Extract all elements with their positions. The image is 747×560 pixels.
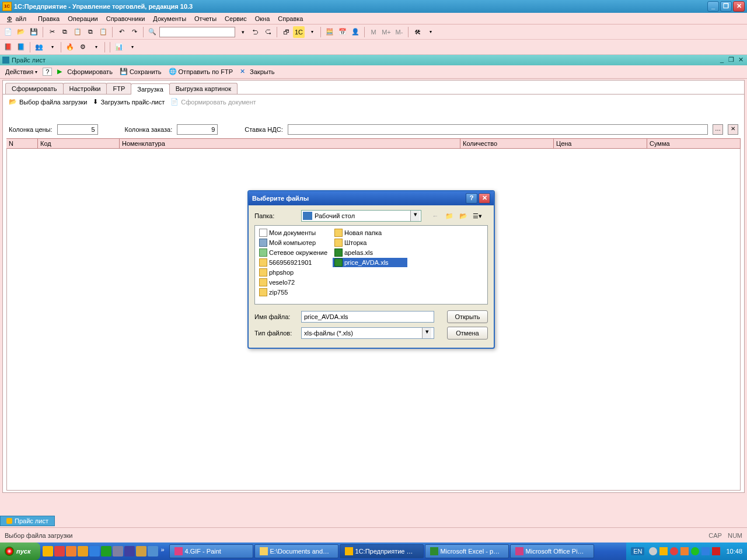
menu-references[interactable]: Справочники bbox=[103, 14, 149, 23]
clock[interactable]: 10:48 bbox=[726, 548, 742, 555]
form-action[interactable]: ▶Сформировать bbox=[55, 67, 114, 76]
menu-operations[interactable]: Операции bbox=[64, 14, 101, 23]
lang-indicator[interactable]: EN bbox=[631, 547, 644, 555]
cancel-button[interactable]: Отмена bbox=[447, 327, 488, 340]
tools-icon[interactable]: 🛠 bbox=[411, 26, 423, 38]
dialog-close-button[interactable]: ✕ bbox=[479, 193, 490, 204]
inner-close-button[interactable]: ✕ bbox=[736, 56, 745, 64]
new-folder-dialog-icon[interactable]: 📂 bbox=[458, 210, 469, 222]
chart-icon[interactable]: 📊 bbox=[113, 41, 125, 53]
ql-expand-icon[interactable]: » bbox=[159, 546, 166, 556]
file-item[interactable]: Сетевое окружение bbox=[257, 248, 332, 257]
actions-dropdown[interactable]: Действия ▾ bbox=[4, 68, 39, 76]
ftp-action[interactable]: 🌐Отправить по FTP bbox=[167, 67, 235, 76]
redo-icon[interactable]: ↷ bbox=[128, 26, 140, 38]
vat-input[interactable] bbox=[288, 124, 708, 135]
m-icon[interactable]: M bbox=[368, 26, 379, 38]
close-action[interactable]: ✕Закрыть bbox=[238, 67, 276, 76]
gear-dd-icon[interactable] bbox=[90, 41, 102, 53]
gear-icon[interactable]: ⚙ bbox=[77, 41, 89, 53]
open-button[interactable]: Открыть bbox=[447, 310, 488, 323]
search-input[interactable] bbox=[159, 27, 235, 37]
ql-icon-3[interactable] bbox=[66, 546, 76, 556]
file-item[interactable]: Новая папка bbox=[333, 228, 407, 237]
search-dropdown-icon[interactable]: ▾ bbox=[236, 26, 248, 38]
ql-icon-6[interactable] bbox=[101, 546, 111, 556]
tools-dd-icon[interactable] bbox=[424, 26, 436, 38]
find-icon[interactable]: 🔍 bbox=[146, 26, 158, 38]
person-icon[interactable]: 👥 bbox=[33, 41, 45, 53]
nav-up-icon[interactable]: 📁 bbox=[444, 210, 455, 222]
tab-form[interactable]: Сформировать bbox=[5, 83, 64, 94]
tray-icon-2[interactable] bbox=[659, 547, 668, 555]
tab-export-images[interactable]: Выгрузка картинок bbox=[169, 83, 238, 94]
nav-fwd-icon[interactable]: ⮎ bbox=[262, 26, 274, 38]
ql-icon-9[interactable] bbox=[136, 546, 146, 556]
tray-icon-3[interactable] bbox=[670, 547, 678, 555]
filetype-dropdown-icon[interactable]: ▾ bbox=[422, 328, 431, 338]
books-red-icon[interactable]: 📕 bbox=[2, 41, 14, 53]
cut-icon[interactable]: ✂ bbox=[46, 26, 58, 38]
vat-clear-button[interactable]: ✕ bbox=[728, 124, 738, 135]
col-price[interactable]: Цена bbox=[554, 139, 647, 148]
tab-ftp[interactable]: FTP bbox=[106, 83, 131, 94]
ql-icon-10[interactable] bbox=[148, 546, 158, 556]
tab-load[interactable]: Загрузка bbox=[131, 83, 169, 94]
paste-special-icon[interactable]: 📋 bbox=[97, 26, 109, 38]
help-action-icon[interactable]: ? bbox=[43, 68, 52, 76]
filename-input[interactable] bbox=[301, 311, 434, 323]
menu-help[interactable]: Справка bbox=[274, 14, 306, 23]
ql-icon-5[interactable] bbox=[89, 546, 100, 556]
file-item[interactable]: zip755 bbox=[257, 288, 332, 297]
task-item[interactable]: Microsoft Excel - p… bbox=[425, 544, 509, 558]
inner-restore-button[interactable]: ❐ bbox=[727, 56, 735, 64]
menu-windows[interactable]: Окна bbox=[252, 14, 274, 23]
file-list[interactable]: Мои документыМой компьютерСетевое окруже… bbox=[254, 225, 488, 304]
help-yellow-icon[interactable]: 1С bbox=[293, 26, 305, 38]
start-button[interactable]: пуск bbox=[0, 542, 40, 560]
user-icon[interactable]: 👤 bbox=[350, 26, 361, 38]
m-plus-icon[interactable]: M+ bbox=[381, 26, 392, 38]
copy-icon[interactable]: ⧉ bbox=[59, 26, 71, 38]
fire-icon[interactable]: 🔥 bbox=[64, 41, 76, 53]
open-icon[interactable]: 📂 bbox=[15, 26, 27, 38]
file-item[interactable]: apelas.xls bbox=[333, 248, 407, 257]
col-qty[interactable]: Количество bbox=[460, 139, 554, 148]
person-dd-icon[interactable] bbox=[46, 41, 58, 53]
tray-icon-6[interactable] bbox=[701, 547, 710, 555]
col-code[interactable]: Код bbox=[38, 139, 120, 148]
maximize-button[interactable]: ❐ bbox=[720, 1, 732, 12]
filetype-select[interactable]: xls-файлы (*.xls) ▾ bbox=[301, 327, 434, 339]
dialog-title-bar[interactable]: Выберите файлы ? ✕ bbox=[249, 191, 494, 205]
ql-icon-1[interactable] bbox=[43, 546, 53, 556]
paste-icon[interactable]: 📋 bbox=[72, 26, 83, 38]
minimize-button[interactable]: _ bbox=[707, 1, 719, 12]
ql-icon-4[interactable] bbox=[78, 546, 88, 556]
file-item[interactable]: Мой компьютер bbox=[257, 238, 332, 247]
undo-icon[interactable]: ↶ bbox=[116, 26, 127, 38]
nav-back-dialog-icon[interactable]: ← bbox=[430, 210, 441, 222]
ql-icon-8[interactable] bbox=[124, 546, 135, 556]
close-button[interactable]: ✕ bbox=[733, 1, 745, 12]
menu-reports[interactable]: Отчеты bbox=[191, 14, 220, 23]
inner-minimize-button[interactable]: _ bbox=[718, 56, 726, 64]
task-item[interactable]: Microsoft Office Pi… bbox=[510, 544, 594, 558]
folder-dropdown-icon[interactable]: ▾ bbox=[410, 211, 420, 221]
ql-icon-7[interactable] bbox=[113, 546, 123, 556]
dialog-help-button[interactable]: ? bbox=[466, 193, 477, 204]
calc-icon[interactable]: 🧮 bbox=[324, 26, 336, 38]
file-item[interactable]: price_AVDA.xls bbox=[333, 258, 407, 267]
file-item[interactable]: phpshop bbox=[257, 268, 332, 277]
task-item[interactable]: E:\Documents and… bbox=[254, 544, 338, 558]
vat-ellipsis-button[interactable]: … bbox=[713, 124, 723, 135]
file-item[interactable]: Шторка bbox=[333, 238, 407, 247]
col-sum[interactable]: Сумма bbox=[647, 139, 741, 148]
menu-service[interactable]: Сервис bbox=[221, 14, 250, 23]
task-item[interactable]: 1С:Предприятие … bbox=[340, 544, 424, 558]
new-doc-icon[interactable]: 📄 bbox=[2, 26, 14, 38]
help-dd-icon[interactable] bbox=[306, 26, 317, 38]
m-minus-icon[interactable]: M- bbox=[393, 26, 405, 38]
price-col-input[interactable] bbox=[57, 124, 98, 135]
windows-icon[interactable]: 🗗 bbox=[280, 26, 292, 38]
books-blue-icon[interactable]: 📘 bbox=[15, 41, 27, 53]
